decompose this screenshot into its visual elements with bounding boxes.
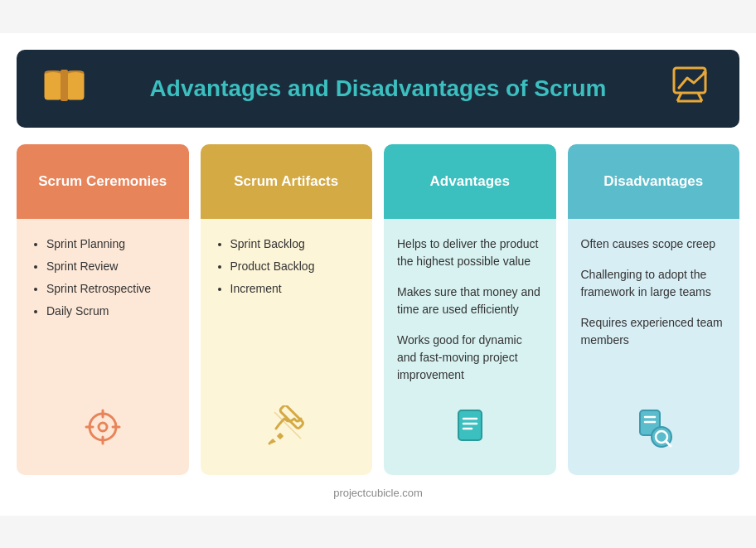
list-item: Increment <box>230 280 360 298</box>
artifacts-header: Scrum Artifacts <box>201 144 373 219</box>
ceremonies-body: Sprint Planning Sprint Review Sprint Ret… <box>17 219 189 475</box>
list-item: Sprint Retrospective <box>46 280 176 298</box>
disadvantage-item-2: Challenging to adopt the framework in la… <box>581 266 727 301</box>
cards-grid: Scrum Ceremonies Sprint Planning Sprint … <box>17 144 739 475</box>
disadvantage-item-1: Often causes scope creep <box>581 235 727 253</box>
book-icon <box>41 65 87 113</box>
list-item: Sprint Backlog <box>230 235 360 253</box>
svg-rect-2 <box>61 70 68 101</box>
disadvantages-body: Often causes scope creep Challenging to … <box>568 219 740 475</box>
svg-point-9 <box>99 423 107 431</box>
advantages-footer-icon <box>397 405 543 463</box>
svg-point-7 <box>703 71 707 75</box>
advantages-title: Advantages <box>430 173 510 190</box>
artifacts-footer-icon <box>214 405 360 463</box>
ceremonies-footer-icon <box>30 405 176 463</box>
main-container: Advantages and Disadvantages of Scrum Sc… <box>0 33 756 516</box>
artifacts-title: Scrum Artifacts <box>234 173 338 190</box>
ceremonies-list: Sprint Planning Sprint Review Sprint Ret… <box>30 235 176 325</box>
artifacts-body: Sprint Backlog Product Backlog Increment <box>201 219 373 475</box>
disadvantages-footer-icon <box>581 405 727 463</box>
list-item: Sprint Review <box>46 258 176 275</box>
svg-rect-0 <box>45 71 61 99</box>
svg-rect-17 <box>277 432 284 439</box>
advantage-item-1: Helps to deliver the product the highest… <box>397 235 543 270</box>
advantages-body: Helps to deliver the product the highest… <box>384 219 556 475</box>
ceremonies-header: Scrum Ceremonies <box>17 144 189 219</box>
advantages-header: Advantages <box>384 144 556 219</box>
ceremonies-title: Scrum Ceremonies <box>38 173 167 190</box>
page-title: Advantages and Disadvantages of Scrum <box>87 75 669 102</box>
disadvantages-header: Disadvantages <box>568 144 740 219</box>
disadvantages-title: Disadvantages <box>603 173 703 190</box>
chart-icon <box>669 65 715 112</box>
svg-rect-14 <box>279 405 304 429</box>
disadvantages-card: Disadvantages Often causes scope creep C… <box>568 144 740 475</box>
list-item: Product Backlog <box>230 258 360 275</box>
header-bar: Advantages and Disadvantages of Scrum <box>17 50 739 128</box>
footer-text: projectcubicle.com <box>333 487 423 499</box>
footer: projectcubicle.com <box>17 487 739 499</box>
advantage-item-2: Makes sure that money and time are used … <box>397 284 543 318</box>
svg-rect-1 <box>67 71 84 99</box>
artifacts-list: Sprint Backlog Product Backlog Increment <box>214 235 360 303</box>
advantage-item-3: Works good for dynamic and fast-moving p… <box>397 332 543 384</box>
list-item: Daily Scrum <box>46 303 176 320</box>
ceremonies-card: Scrum Ceremonies Sprint Planning Sprint … <box>17 144 189 475</box>
artifacts-card: Scrum Artifacts Sprint Backlog Product B… <box>201 144 373 475</box>
disadvantage-item-3: Requires experienced team members <box>581 314 727 349</box>
svg-rect-19 <box>458 410 482 440</box>
list-item: Sprint Planning <box>46 235 176 253</box>
advantages-card: Advantages Helps to deliver the product … <box>384 144 556 475</box>
